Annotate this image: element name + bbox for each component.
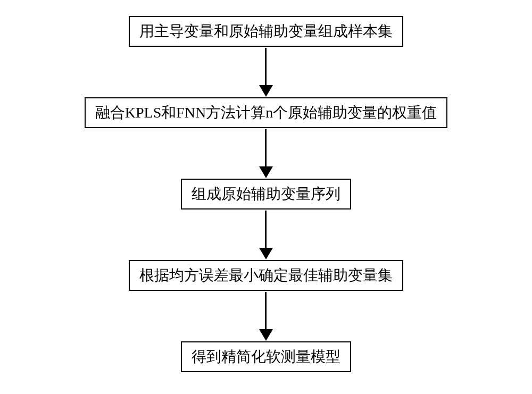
step-box-4: 根据均方误差最小确定最佳辅助变量集 [129,260,403,291]
flowchart-container: 用主导变量和原始辅助变量组成样本集 融合KPLS和FNN方法计算n个原始辅助变量… [85,16,447,372]
flow-stage: 用主导变量和原始辅助变量组成样本集 [129,16,403,97]
flow-stage: 融合KPLS和FNN方法计算n个原始辅助变量的权重值 [85,97,447,179]
arrow-down-icon [259,128,273,179]
flow-stage: 根据均方误差最小确定最佳辅助变量集 [129,260,403,341]
flow-stage: 得到精简化软测量模型 [181,341,351,372]
arrow-down-icon [259,291,273,341]
flow-stage: 组成原始辅助变量序列 [181,179,351,260]
step-box-3: 组成原始辅助变量序列 [181,179,351,209]
step-box-5: 得到精简化软测量模型 [181,341,351,372]
step-box-2: 融合KPLS和FNN方法计算n个原始辅助变量的权重值 [85,97,447,128]
arrow-down-icon [259,47,273,97]
arrow-down-icon [259,209,273,260]
step-box-1: 用主导变量和原始辅助变量组成样本集 [129,16,403,47]
